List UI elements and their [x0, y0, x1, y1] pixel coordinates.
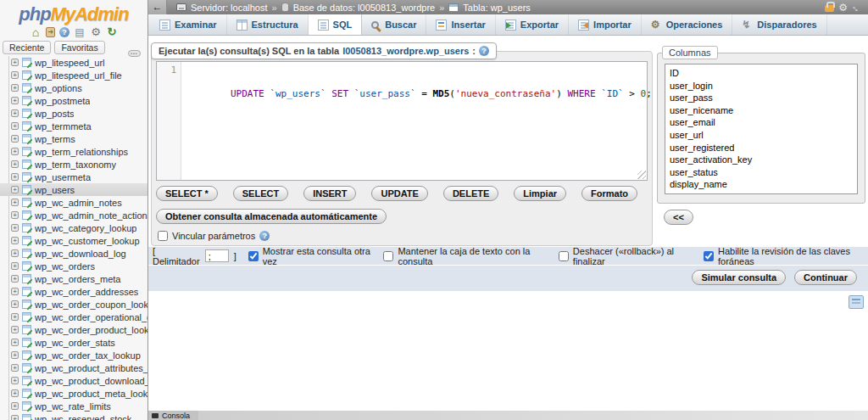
expand-icon[interactable]: [11, 224, 19, 232]
sidebar-quick-tab[interactable]: Favoritas: [54, 41, 104, 54]
help-icon[interactable]: ?: [259, 231, 270, 241]
query-template-button[interactable]: DELETE: [443, 186, 498, 201]
table-tree-item[interactable]: wp_wc_reserved_stock: [0, 412, 147, 420]
expand-icon[interactable]: [11, 199, 19, 206]
query-template-button[interactable]: Formato: [581, 186, 637, 201]
table-name[interactable]: wp_wc_admin_notes: [35, 198, 122, 208]
expand-icon[interactable]: [11, 59, 19, 66]
bind-params-checkbox[interactable]: [158, 231, 168, 241]
table-name[interactable]: wp_postmeta: [35, 96, 90, 106]
table-name[interactable]: wp_wc_order_stats: [35, 338, 115, 348]
table-name[interactable]: wp_term_taxonomy: [35, 160, 116, 170]
expand-icon[interactable]: [11, 339, 19, 346]
table-name[interactable]: wp_wc_category_lookup: [35, 223, 136, 233]
column-option[interactable]: user_registered: [670, 142, 853, 154]
expand-icon[interactable]: [11, 237, 19, 244]
breadcrumb-server[interactable]: Servidor: localhost: [191, 3, 268, 13]
breadcrumb-table[interactable]: Tabla: wp_users: [463, 3, 531, 13]
expand-icon[interactable]: [11, 160, 19, 168]
table-tree-item[interactable]: wp_postmeta: [0, 94, 147, 107]
expand-icon[interactable]: [11, 377, 19, 384]
column-option[interactable]: user_login: [670, 80, 853, 92]
tab[interactable]: Importar: [569, 14, 642, 35]
table-name[interactable]: wp_litespeed_url: [35, 58, 105, 68]
table-tree-item[interactable]: wp_wc_customer_lookup: [0, 234, 147, 247]
table-tree-item[interactable]: wp_wc_order_operational_data: [0, 311, 147, 323]
table-name[interactable]: wp_terms: [35, 134, 75, 144]
sql-editor[interactable]: 1 UPDATE `wp_users` SET `user_pass` = MD…: [156, 61, 648, 181]
expand-icon[interactable]: [11, 364, 19, 372]
table-name[interactable]: wp_litespeed_url_file: [35, 70, 122, 81]
expand-icon[interactable]: [11, 173, 19, 181]
sidebar-toolbar-icon[interactable]: [59, 27, 70, 37]
table-tree-item[interactable]: wp_wc_product_download_directories: [0, 374, 147, 387]
table-tree-item[interactable]: wp_wc_order_coupon_lookup: [0, 298, 147, 311]
query-template-button[interactable]: SELECT *: [156, 186, 218, 201]
delimiter-input[interactable]: [205, 249, 229, 262]
table-tree-item[interactable]: wp_wc_rate_limits: [0, 400, 147, 412]
expand-icon[interactable]: [11, 402, 19, 410]
expand-icon[interactable]: [11, 97, 19, 104]
expand-icon[interactable]: [11, 186, 19, 193]
table-tree-item[interactable]: wp_usermeta: [0, 171, 147, 183]
table-name[interactable]: wp_wc_download_log: [35, 249, 126, 259]
expand-icon[interactable]: [11, 109, 19, 117]
tab[interactable]: Operaciones: [642, 14, 733, 35]
expand-icon[interactable]: [11, 415, 19, 420]
column-option[interactable]: user_activation_key: [670, 154, 853, 166]
columns-listbox[interactable]: IDuser_loginuser_passuser_nicenameuser_e…: [665, 64, 858, 194]
expand-icon[interactable]: [11, 249, 19, 257]
expand-icon[interactable]: [11, 275, 19, 283]
table-name[interactable]: wp_wc_order_addresses: [35, 287, 138, 297]
sidebar-toolbar-icon[interactable]: [30, 26, 42, 38]
table-tree-item[interactable]: wp_wc_product_meta_lookup: [0, 387, 147, 400]
table-name[interactable]: wp_users: [35, 185, 75, 195]
table-name[interactable]: wp_usermeta: [35, 172, 91, 182]
tab[interactable]: Disparadores: [732, 14, 826, 35]
table-tree-item[interactable]: wp_wc_orders_meta: [0, 272, 147, 285]
expand-icon[interactable]: [11, 326, 19, 333]
table-tree-item[interactable]: wp_wc_admin_notes: [0, 196, 147, 209]
expand-icon[interactable]: [11, 300, 19, 308]
query-template-button[interactable]: UPDATE: [371, 186, 427, 201]
table-tree-item[interactable]: wp_wc_orders: [0, 260, 147, 272]
sidebar-toolbar-icon[interactable]: [106, 26, 118, 38]
expand-icon[interactable]: [11, 389, 19, 397]
table-name[interactable]: wp_term_relationships: [35, 147, 128, 157]
expand-icon[interactable]: ↔: [849, 0, 863, 14]
table-tree-item[interactable]: wp_options: [0, 81, 147, 94]
table-name[interactable]: wp_wc_product_meta_lookup: [35, 389, 147, 399]
table-tree-item[interactable]: wp_wc_order_addresses: [0, 285, 147, 298]
table-name[interactable]: wp_wc_orders_meta: [35, 274, 121, 284]
expand-icon[interactable]: [11, 148, 19, 155]
breadcrumb-database[interactable]: Base de datos: l0050813_wordpre: [293, 3, 436, 13]
expand-icon[interactable]: [11, 135, 19, 143]
editor-resize-handle[interactable]: [637, 171, 646, 179]
table-name[interactable]: wp_wc_admin_note_actions: [35, 210, 147, 221]
back-button[interactable]: ←: [148, 0, 167, 14]
table-name[interactable]: wp_options: [35, 83, 82, 93]
simulate-query-button[interactable]: Simular consulta: [692, 270, 786, 285]
get-stored-query-button[interactable]: Obtener consulta almacenada automáticame…: [156, 209, 387, 224]
table-tree-item[interactable]: wp_wc_category_lookup: [0, 221, 147, 234]
table-name[interactable]: wp_wc_product_attributes_lookup: [35, 363, 147, 373]
table-tree-item[interactable]: wp_wc_order_tax_lookup: [0, 349, 147, 361]
table-name[interactable]: wp_wc_reserved_stock: [35, 414, 131, 420]
expand-icon[interactable]: [11, 122, 19, 130]
column-option[interactable]: user_email: [670, 116, 853, 129]
option-checkbox[interactable]: [248, 251, 259, 261]
table-name[interactable]: wp_wc_rate_limits: [35, 401, 111, 412]
table-tree-item[interactable]: wp_termmeta: [0, 120, 147, 132]
option-checkbox[interactable]: [704, 251, 714, 261]
column-option[interactable]: user_pass: [670, 92, 853, 104]
expand-icon[interactable]: [11, 71, 19, 79]
table-name[interactable]: wp_wc_customer_lookup: [35, 236, 140, 246]
collapse-columns-button[interactable]: <<: [664, 210, 693, 225]
sidebar-toolbar-icon[interactable]: [90, 26, 102, 38]
expand-icon[interactable]: [11, 84, 19, 92]
inline-query-box-icon[interactable]: [849, 295, 864, 309]
table-tree-item[interactable]: wp_wc_admin_note_actions: [0, 209, 147, 221]
console-toggle[interactable]: Consola: [148, 411, 198, 420]
expand-icon[interactable]: [11, 288, 19, 295]
tab[interactable]: Estructura: [227, 14, 309, 35]
